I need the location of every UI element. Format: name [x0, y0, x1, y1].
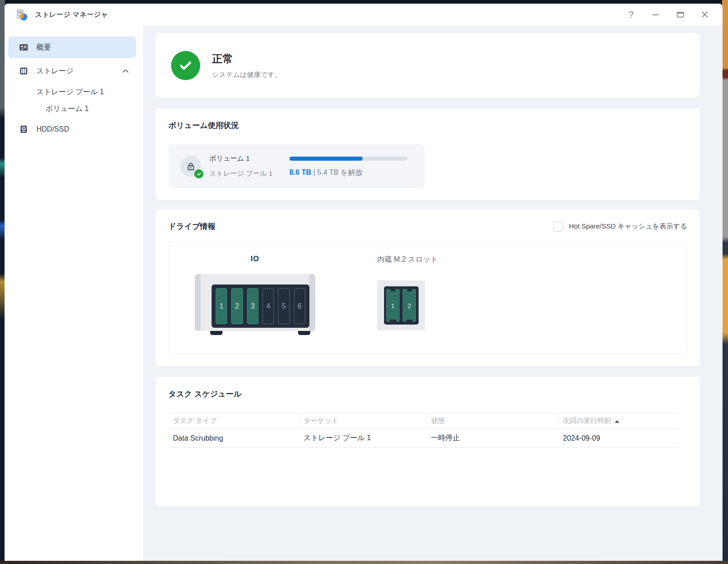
cell-task-type: Data Scrubbing	[168, 429, 299, 448]
drive-info-card: ドライブ情報 Hot Spare/SSD キャッシュを表示する IO 1 2	[156, 209, 700, 366]
hot-spare-checkbox-row[interactable]: Hot Spare/SSD キャッシュを表示する	[553, 222, 687, 232]
drive-slot-2[interactable]: 2	[231, 288, 243, 324]
volume-healthy-badge	[194, 169, 203, 178]
column-header-task-type[interactable]: タスク タイプ	[168, 413, 299, 429]
m2-slot-1[interactable]: 1	[386, 289, 399, 322]
m2-title: 内蔵 M.2 スロット	[377, 255, 425, 264]
drives-panel: IO 1 2 3 4 5 6	[168, 242, 687, 354]
drive-slot-5[interactable]: 5	[278, 288, 289, 324]
minimize-icon	[652, 11, 659, 18]
volume-1-panel[interactable]: ボリューム 1 ストレージ プール 1 8.6 TB | 5.4 TB を解放	[168, 144, 425, 188]
sidebar-item-hdd-ssd[interactable]: HDD/SSD	[8, 118, 136, 140]
volume-usage-fill	[289, 157, 363, 161]
volume-usage-title: ボリューム使用状況	[168, 120, 687, 131]
drive-slot-6[interactable]: 6	[294, 288, 305, 324]
maximize-icon	[677, 11, 684, 18]
sidebar: 概要 ストレージ ストレージ プール 1 ボリューム 1	[5, 25, 144, 561]
status-subtitle: システムは健康です。	[212, 71, 281, 79]
sidebar-item-storage[interactable]: ストレージ	[8, 60, 136, 82]
cell-status: 一時停止	[426, 429, 558, 448]
volume-name: ボリューム 1	[209, 154, 289, 163]
enclosure-title: IO	[195, 255, 315, 263]
cell-target: ストレージ プール 1	[299, 429, 426, 448]
drive-slot-3[interactable]: 3	[247, 288, 258, 324]
close-icon	[701, 11, 708, 18]
lock-icon	[186, 162, 196, 171]
volume-usage-progressbar	[289, 157, 408, 161]
drive-slot-1[interactable]: 1	[216, 288, 227, 324]
main-content: 正常 システムは健康です。 ボリューム使用状況	[144, 25, 723, 561]
storage-manager-app-icon	[15, 8, 28, 21]
desktop-background-bottom	[0, 561, 728, 564]
hot-spare-checkbox[interactable]	[553, 222, 563, 232]
task-schedule-table: タスク タイプ ターゲット 状態 次回の実行時刻 Data Scrubbing …	[168, 413, 679, 448]
enclosure-foot	[210, 331, 222, 335]
chevron-up-icon[interactable]	[122, 69, 129, 73]
column-header-next-run[interactable]: 次回の実行時刻	[558, 413, 679, 429]
desktop-background-right	[722, 0, 728, 564]
volume-usage-text: 8.6 TB | 5.4 TB を解放	[289, 168, 415, 178]
sidebar-item-label: 概要	[36, 43, 51, 52]
m2-slot-2[interactable]: 2	[403, 289, 416, 322]
column-header-status[interactable]: 状態	[426, 413, 558, 429]
overview-icon	[19, 43, 28, 52]
sidebar-item-storage-pool-1[interactable]: ストレージ プール 1	[5, 84, 143, 101]
volume-available-value: 5.4 TB を解放	[317, 168, 363, 176]
sidebar-item-label: ストレージ	[36, 66, 74, 76]
minimize-button[interactable]	[650, 9, 662, 20]
titlebar: ストレージ マネージャ ?	[5, 4, 723, 25]
close-button[interactable]	[699, 9, 711, 20]
status-healthy-icon	[171, 51, 200, 80]
volume-usage-card: ボリューム使用状況	[156, 108, 700, 200]
volume-pool-name: ストレージ プール 1	[209, 169, 289, 178]
drive-info-title: ドライブ情報	[168, 221, 216, 232]
enclosure-foot	[298, 331, 310, 335]
hot-spare-checkbox-label: Hot Spare/SSD キャッシュを表示する	[569, 222, 687, 231]
table-row[interactable]: Data Scrubbing ストレージ プール 1 一時停止 2024-09-…	[168, 429, 679, 448]
volume-lock-icon-wrap	[180, 156, 201, 177]
sort-ascending-icon	[615, 420, 619, 423]
cell-next-run: 2024-09-09	[558, 429, 679, 448]
column-header-target[interactable]: ターゲット	[299, 413, 426, 429]
m2-slot-graphic: 1 2	[377, 280, 425, 330]
sidebar-item-volume-1[interactable]: ボリューム 1	[5, 101, 143, 117]
usage-separator: |	[313, 168, 315, 176]
status-title: 正常	[212, 52, 281, 66]
hdd-icon	[19, 125, 28, 134]
system-status-card: 正常 システムは健康です。	[156, 33, 700, 98]
nas-enclosure-graphic: 1 2 3 4 5 6	[195, 274, 315, 331]
enclosure-group: IO 1 2 3 4 5 6	[195, 255, 315, 353]
storage-manager-window: ストレージ マネージャ ? 概要	[5, 4, 723, 561]
maximize-button[interactable]	[674, 9, 686, 20]
sidebar-item-label: HDD/SSD	[36, 125, 69, 133]
drive-slot-4[interactable]: 4	[263, 288, 274, 324]
volume-used-value: 8.6 TB	[289, 168, 311, 176]
storage-icon	[19, 66, 28, 76]
help-button[interactable]: ?	[625, 9, 637, 20]
task-schedule-title: タスク スケジュール	[168, 389, 687, 399]
sidebar-item-overview[interactable]: 概要	[8, 36, 136, 58]
m2-group: 内蔵 M.2 スロット 1 2	[377, 255, 425, 353]
window-title: ストレージ マネージャ	[35, 10, 108, 19]
task-schedule-card: タスク スケジュール タスク タイプ ターゲット 状態 次回の実行時刻	[156, 377, 700, 507]
